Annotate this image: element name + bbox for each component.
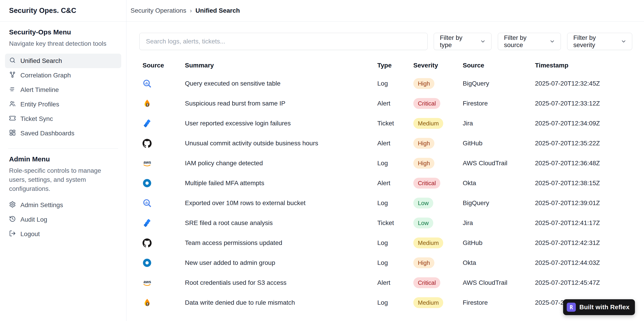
search-input[interactable] [139,33,428,50]
cell-source: Firestore [463,100,535,107]
admin-nav: Admin Settings Audit Log Logout [5,198,121,241]
aws-icon: aws [142,278,152,287]
cell-source: Okta [463,259,535,267]
filter-select-label: Filter by type [440,34,475,49]
cell-summary: Query executed on sensitive table [185,80,377,87]
github-icon [142,139,152,148]
github-icon [142,238,152,247]
cell-type: Log [377,199,413,207]
reflex-logo-icon: R [567,303,576,312]
col-header-source-icon: Source [142,62,185,69]
sidebar-item-label: Admin Settings [20,202,63,209]
search-icon [9,57,16,64]
cell-type: Log [377,160,413,167]
cell-summary: Multiple failed MFA attempts [185,180,377,187]
cell-summary: New user added to admin group [185,259,377,267]
chevron-down-icon [549,38,555,44]
table-row[interactable]: Query executed on sensitive table Log Hi… [142,74,632,93]
okta-icon [142,258,152,267]
sidebar-item-alert-timeline[interactable]: Alert Timeline [5,83,121,97]
breadcrumb-separator: › [190,7,192,14]
severity-badge: Medium [413,118,443,129]
firestore-icon [142,298,152,307]
cell-type: Ticket [377,120,413,127]
sidebar-item-admin-settings[interactable]: Admin Settings [5,198,121,212]
breadcrumb-parent[interactable]: Security Operations [130,7,186,14]
cell-source: Okta [463,180,535,187]
sidebar-item-unified-search[interactable]: Unified Search [5,54,121,68]
source-icon-cell: aws [142,278,185,287]
security-ops-nav: Unified Search Correlation Graph Alert T… [5,54,121,141]
sidebar-item-correlation-graph[interactable]: Correlation Graph [5,68,121,83]
cell-source: GitHub [463,140,535,147]
severity-badge: Critical [413,277,440,288]
cell-source: BigQuery [463,80,535,87]
cell-timestamp: 2025-07-20T12:33:12Z [535,100,632,107]
table-row[interactable]: Multiple failed MFA attempts Alert Criti… [142,173,632,193]
svg-text:aws: aws [144,280,151,284]
sidebar-item-label: Audit Log [20,216,47,223]
cell-source: AWS CloudTrail [463,160,535,167]
chevron-down-icon [480,38,486,44]
cell-timestamp: 2025-07-20T12:34:09Z [535,120,632,127]
cell-summary: Root credentials used for S3 access [185,279,377,286]
app-window: Security Opes. C&C Security Operations ›… [0,0,644,321]
entity-profiles-icon [9,100,16,107]
cell-type: Log [377,239,413,247]
svg-text:R: R [570,304,573,311]
firestore-icon [142,99,152,108]
filter-select-severity[interactable]: Filter by severity [567,33,632,50]
severity-badge: Low [413,198,433,209]
source-icon-cell [142,199,185,208]
severity-badge: Low [413,218,433,228]
table-row[interactable]: User reported excessive login failures T… [142,113,632,133]
cell-source: Firestore [463,299,535,306]
sidebar-item-logout[interactable]: Logout [5,227,121,241]
menu-subtitle: Navigate key threat detection tools [9,39,118,48]
sidebar-item-label: Unified Search [20,57,62,64]
bigquery-icon [142,199,152,208]
cell-type: Alert [377,279,413,286]
table-row[interactable]: SRE filed a root cause analysis Ticket L… [142,213,632,233]
sidebar: Security-Ops Menu Navigate key threat de… [0,21,126,321]
source-icon-cell [142,79,185,88]
page-header: Security Operations › Unified Search [126,0,644,21]
cell-timestamp: 2025-07-20T12:38:15Z [535,180,632,187]
gear-icon [9,201,16,208]
sidebar-item-label: Ticket Sync [20,115,53,122]
severity-badge: High [413,138,434,149]
filter-select-source[interactable]: Filter by source [498,33,561,50]
col-header-source: Source [463,62,535,69]
table-row[interactable]: Unusual commit activity outside business… [142,133,632,153]
source-icon-cell [142,179,185,188]
okta-icon [142,179,152,188]
sidebar-header: Security Opes. C&C [0,0,126,21]
cell-type: Alert [377,100,413,107]
logout-icon [9,230,16,237]
sidebar-item-saved-dashboards[interactable]: Saved Dashboards [5,126,121,141]
table-row[interactable]: Exported over 10M rows to external bucke… [142,193,632,213]
source-icon-cell [142,298,185,307]
history-icon [9,216,16,222]
table-row[interactable]: New user added to admin group Log High O… [142,253,632,273]
cell-timestamp: 2025-07-20T12:32:45Z [535,80,632,87]
filter-select-type[interactable]: Filter by type [434,33,492,50]
admin-description: Role-specific controls to manage users, … [9,166,118,193]
source-icon-cell: aws [142,159,185,168]
table-row[interactable]: Suspicious read burst from same IP Alert… [142,93,632,113]
col-header-timestamp: Timestamp [535,62,632,69]
sidebar-item-audit-log[interactable]: Audit Log [5,212,121,227]
sidebar-item-ticket-sync[interactable]: Ticket Sync [5,112,121,126]
sidebar-item-entity-profiles[interactable]: Entity Profiles [5,97,121,112]
built-with-reflex-badge[interactable]: R Built with Reflex [563,299,635,315]
saved-dashboards-icon [9,129,16,136]
breadcrumb-current: Unified Search [196,7,240,14]
table-row[interactable]: Data write denied due to rule mismatch L… [142,293,632,313]
table-body: Query executed on sensitive table Log Hi… [142,74,632,313]
table-row[interactable]: aws IAM policy change detected Log High … [142,153,632,173]
severity-badge: Critical [413,178,440,189]
table-row[interactable]: aws Root credentials used for S3 access … [142,273,632,293]
correlation-graph-icon [9,71,16,78]
sidebar-item-label: Entity Profiles [20,101,59,108]
table-row[interactable]: Team access permissions updated Log Medi… [142,233,632,253]
